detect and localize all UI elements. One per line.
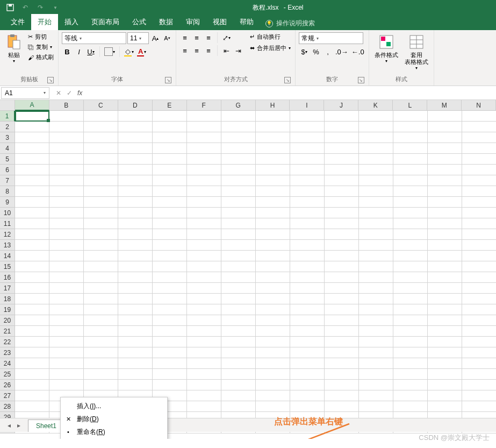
cell[interactable]: [118, 283, 153, 294]
tab-home[interactable]: 开始: [31, 14, 58, 30]
cell[interactable]: [325, 229, 359, 240]
cell[interactable]: [118, 380, 153, 390]
name-box[interactable]: A1▾: [1, 87, 49, 99]
cell[interactable]: [256, 326, 290, 337]
cell[interactable]: [15, 175, 49, 186]
cell[interactable]: [393, 315, 428, 326]
cell[interactable]: [84, 369, 118, 380]
cell[interactable]: [256, 261, 290, 272]
cell[interactable]: [49, 122, 84, 132]
cell[interactable]: [325, 251, 359, 261]
cut-button[interactable]: ✂剪切: [27, 32, 55, 41]
cell[interactable]: [359, 358, 393, 369]
cell[interactable]: [393, 337, 428, 347]
cell[interactable]: [15, 390, 49, 401]
cell[interactable]: [393, 347, 428, 358]
cell[interactable]: [84, 208, 118, 218]
cell[interactable]: [221, 304, 256, 315]
cell[interactable]: [118, 251, 153, 261]
cell[interactable]: [49, 272, 84, 283]
cell[interactable]: [221, 240, 256, 251]
cell[interactable]: [221, 229, 256, 240]
row-header[interactable]: 5: [0, 154, 15, 165]
cell[interactable]: [393, 369, 428, 380]
cell[interactable]: [221, 315, 256, 326]
row-header[interactable]: 27: [0, 390, 15, 401]
cell[interactable]: [393, 261, 428, 272]
decrease-font-icon[interactable]: A▾: [162, 33, 172, 44]
column-header[interactable]: I: [290, 100, 324, 111]
cell[interactable]: [428, 304, 462, 315]
context-menu-item[interactable]: 移动或复制(M)...: [61, 438, 167, 439]
cell[interactable]: [15, 283, 49, 294]
cell[interactable]: [187, 218, 221, 229]
cell[interactable]: [49, 358, 84, 369]
cell[interactable]: [428, 251, 462, 261]
cell[interactable]: [187, 401, 221, 412]
cell[interactable]: [49, 165, 84, 175]
cell[interactable]: [325, 315, 359, 326]
row-header[interactable]: 25: [0, 369, 15, 380]
cell[interactable]: [290, 304, 325, 315]
cell[interactable]: [153, 337, 187, 347]
cell[interactable]: [118, 208, 153, 218]
cell[interactable]: [118, 229, 153, 240]
tab-file[interactable]: 文件: [4, 14, 31, 30]
row-header[interactable]: 19: [0, 304, 15, 315]
cell[interactable]: [118, 315, 153, 326]
row-header[interactable]: 20: [0, 315, 15, 326]
cell[interactable]: [290, 240, 325, 251]
cell[interactable]: [428, 165, 462, 175]
cell[interactable]: [462, 197, 496, 208]
cell[interactable]: [462, 261, 496, 272]
cell[interactable]: [84, 197, 118, 208]
cell[interactable]: [49, 283, 84, 294]
cell[interactable]: [325, 143, 359, 154]
cell[interactable]: [84, 218, 118, 229]
cell[interactable]: [428, 337, 462, 347]
cell[interactable]: [359, 251, 393, 261]
cell[interactable]: [462, 401, 496, 412]
row-header[interactable]: 10: [0, 208, 15, 218]
cell[interactable]: [359, 337, 393, 347]
cell[interactable]: [153, 315, 187, 326]
tab-review[interactable]: 审阅: [179, 14, 206, 30]
cell[interactable]: [221, 369, 256, 380]
context-menu-item[interactable]: ✕删除(D): [61, 413, 167, 425]
cell[interactable]: [290, 347, 325, 358]
cell[interactable]: [118, 175, 153, 186]
cell[interactable]: [393, 358, 428, 369]
cell[interactable]: [84, 261, 118, 272]
cell[interactable]: [256, 111, 290, 122]
cell[interactable]: [118, 240, 153, 251]
cell[interactable]: [462, 347, 496, 358]
row-header[interactable]: 26: [0, 380, 15, 390]
cell[interactable]: [15, 380, 49, 390]
cell[interactable]: [428, 229, 462, 240]
cell[interactable]: [325, 197, 359, 208]
cell[interactable]: [187, 229, 221, 240]
cell[interactable]: [84, 111, 118, 122]
row-header[interactable]: 3: [0, 132, 15, 143]
cell[interactable]: [462, 122, 496, 132]
cell[interactable]: [462, 154, 496, 165]
cell[interactable]: [49, 337, 84, 347]
cell[interactable]: [153, 326, 187, 337]
tab-view[interactable]: 视图: [206, 14, 233, 30]
column-header[interactable]: G: [221, 100, 256, 111]
row-header[interactable]: 8: [0, 186, 15, 197]
cell[interactable]: [325, 283, 359, 294]
cell[interactable]: [15, 358, 49, 369]
cell[interactable]: [393, 132, 428, 143]
cell[interactable]: [462, 390, 496, 401]
cell[interactable]: [15, 294, 49, 304]
cell[interactable]: [462, 229, 496, 240]
cell[interactable]: [428, 218, 462, 229]
cell[interactable]: [428, 283, 462, 294]
borders-button[interactable]: ▾: [103, 46, 116, 57]
cell[interactable]: [462, 175, 496, 186]
cell[interactable]: [49, 197, 84, 208]
align-bottom-icon[interactable]: ≡: [203, 32, 214, 43]
cell[interactable]: [359, 315, 393, 326]
cell[interactable]: [221, 208, 256, 218]
